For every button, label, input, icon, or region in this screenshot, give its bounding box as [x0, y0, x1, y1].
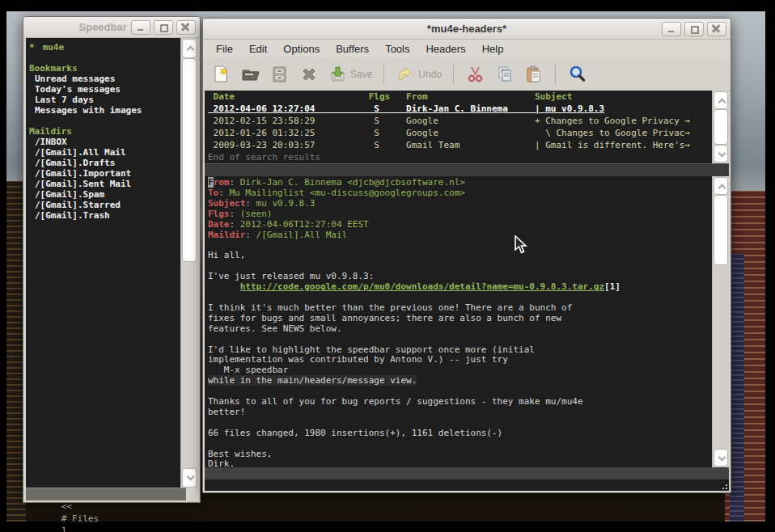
scrollbar-thumb[interactable] — [714, 109, 728, 145]
tool-bar: Save Undo — [203, 57, 731, 91]
speedbar-item[interactable]: Last 7 days — [29, 95, 181, 105]
speedbar-item[interactable]: Messages with images — [29, 105, 181, 116]
editor-area: Date Flgs From Subject 2012-04-06 12:27:… — [205, 91, 729, 491]
maximize-icon[interactable] — [154, 20, 173, 35]
message-header-field: Subject: mu v0.9.8.3 — [208, 199, 711, 209]
paste-icon — [523, 64, 544, 84]
dired-button[interactable] — [269, 64, 290, 84]
undo-label: Undo — [418, 69, 442, 80]
paste-button[interactable] — [523, 64, 544, 84]
minimize-icon[interactable] — [131, 20, 150, 35]
speedbar-scrollbar[interactable] — [180, 38, 197, 488]
message-body-line — [208, 293, 711, 303]
speedbar-scroll-left[interactable]: << — [61, 501, 72, 512]
menu-buffers[interactable]: Buffers — [328, 41, 377, 57]
close-icon[interactable] — [176, 20, 196, 35]
message-body-line: 66 files changed, 1980 insertions(+), 11… — [208, 429, 711, 439]
undo-button[interactable]: Undo — [396, 64, 442, 84]
message-body-line: better! — [208, 407, 711, 418]
scroll-up-icon[interactable] — [714, 91, 728, 109]
menu-help[interactable]: Help — [474, 41, 512, 57]
maximize-icon[interactable] — [684, 22, 704, 36]
speedbar-content: *mu4eBookmarksUnread messagesToday's mes… — [26, 38, 181, 488]
search-button[interactable] — [567, 64, 587, 84]
search-icon — [567, 64, 587, 84]
close-icon[interactable] — [707, 22, 726, 36]
speedbar-item[interactable]: /[Gmail].Important — [29, 168, 181, 179]
open-folder-button[interactable] — [240, 64, 260, 84]
message-body-line: Best wishes, — [208, 450, 711, 460]
speedbar-item[interactable]: /[Gmail].Drafts — [29, 158, 181, 168]
speedbar-item[interactable]: /[Gmail].Sent Mail — [29, 179, 181, 189]
message-body-line: http://code.google.com/p/mu0/downloads/d… — [208, 282, 711, 293]
emacs-title: *mu4e-headers* — [427, 23, 506, 35]
speedbar-item[interactable]: /[Gmail].All Mail — [29, 147, 181, 158]
menu-file[interactable]: File — [208, 41, 241, 57]
menu-bar: FileEditOptionsBuffersToolsHeadersHelp — [203, 40, 731, 57]
message-body-line: I think it's much better than the previo… — [208, 303, 711, 314]
emacs-window: *mu4e-headers* FileEditOptionsBuffersToo… — [202, 18, 731, 493]
scroll-up-icon[interactable] — [182, 39, 197, 58]
speedbar-section-heading: Bookmarks — [29, 63, 181, 74]
toolbar-separator — [555, 64, 556, 85]
message-link[interactable]: http://code.google.com/p/mu0/downloads/d… — [240, 281, 604, 292]
message-header-field: Maildir: /[Gmail].All Mail — [208, 230, 711, 241]
minibuffer[interactable] — [205, 479, 729, 491]
copy-button[interactable] — [494, 64, 515, 84]
speedbar-root-mu4e[interactable]: mu4e — [43, 42, 65, 53]
message-body-line — [208, 439, 711, 450]
menu-edit[interactable]: Edit — [241, 41, 275, 57]
mu4e-headers-pane: Date Flgs From Subject 2012-04-06 12:27:… — [205, 91, 729, 163]
save-icon — [328, 64, 348, 84]
message-view: From: Dirk-Jan C. Binnema <djcb@djcbsoft… — [208, 176, 711, 467]
headers-scrollbar[interactable] — [712, 91, 729, 163]
speedbar-fringe-star: * — [29, 42, 35, 53]
header-row[interactable]: 2009-03-23 20:03:57 S Gmail Team | Gmail… — [208, 139, 711, 151]
speedbar-item[interactable]: /[Gmail].Spam — [29, 189, 181, 200]
close-buffer-button[interactable] — [299, 64, 319, 84]
scrollbar-thumb[interactable] — [714, 195, 728, 265]
close-x-icon — [299, 64, 319, 84]
toolbar-separator — [383, 64, 384, 85]
emacs-titlebar[interactable]: *mu4e-headers* — [203, 19, 731, 40]
minimize-icon[interactable] — [662, 22, 681, 36]
message-body-line: fixes for bugs and small annoyances; the… — [208, 314, 711, 324]
message-body-line: Thanks to all of you for bug reports / s… — [208, 397, 711, 407]
menu-headers[interactable]: Headers — [417, 41, 473, 57]
scroll-up-icon[interactable] — [714, 177, 728, 195]
copy-icon — [494, 64, 515, 84]
speedbar-item[interactable]: Today's messages — [29, 84, 181, 95]
header-row[interactable]: 2012-02-15 23:58:29 S Google + Changes t… — [208, 115, 711, 127]
new-file-button[interactable] — [211, 64, 231, 84]
undo-icon — [396, 64, 416, 84]
scroll-down-icon[interactable] — [714, 145, 728, 163]
speedbar-item[interactable]: Unread messages — [29, 74, 181, 84]
scroll-down-icon[interactable] — [714, 449, 728, 467]
speedbar-item[interactable]: /INBOX — [29, 137, 181, 147]
speedbar-item[interactable]: /[Gmail].Starred — [29, 200, 181, 210]
resize-grip[interactable] — [188, 490, 200, 502]
scroll-down-icon[interactable] — [182, 468, 197, 488]
cut-button[interactable] — [465, 64, 485, 84]
menu-options[interactable]: Options — [275, 41, 328, 57]
menu-tools[interactable]: Tools — [377, 41, 417, 57]
open-folder-icon — [240, 64, 260, 84]
speedbar-titlebar[interactable]: Speedbar 1.0 — [23, 17, 200, 38]
cut-icon — [465, 64, 485, 84]
message-body-line: features. See NEWS below. — [208, 324, 711, 335]
headers-modeline: U:%*- *mu4e-headers* All L1 (mu4e-header… — [205, 163, 729, 176]
speedbar-item[interactable]: /[Gmail].Trash — [29, 210, 181, 221]
headers-list: Date Flgs From Subject 2012-04-06 12:27:… — [208, 91, 711, 163]
view-scrollbar[interactable] — [712, 176, 729, 467]
scrollbar-thumb[interactable] — [182, 58, 197, 262]
toolbar-separator — [453, 64, 454, 85]
message-body-line: while in the main/headers/message view. — [208, 376, 711, 386]
wallpaper-building — [730, 254, 744, 521]
save-button[interactable]: Save — [328, 64, 372, 84]
speedbar-window: Speedbar 1.0 *mu4eBookmarksUnread messag… — [23, 16, 201, 503]
header-row[interactable]: 2012-04-06 12:27:04 S Dirk-Jan C. Binnem… — [208, 103, 711, 115]
text-cursor: F — [208, 177, 214, 188]
speedbar-files-count: 1 — [61, 526, 67, 532]
header-row[interactable]: 2012-01-26 01:32:25 S Google \ Changes t… — [208, 127, 711, 139]
speedbar-files-label: # Files — [61, 513, 99, 524]
